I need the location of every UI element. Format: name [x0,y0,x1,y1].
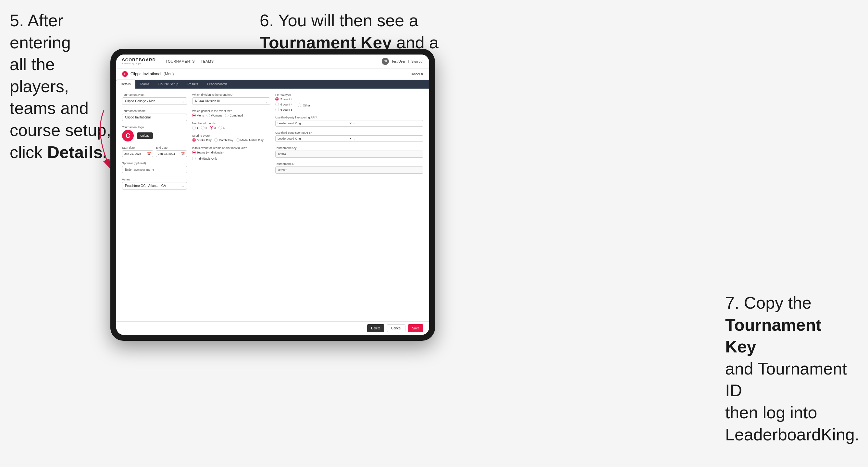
sign-out-link[interactable]: Sign out [411,60,423,63]
radio-rounds-4 [218,126,222,129]
rounds-label: Number of rounds [192,122,270,125]
cancel-button-footer[interactable]: Cancel [387,324,405,332]
tab-leaderboards[interactable]: Leaderboards [203,80,232,89]
tournament-host-select-wrap: Clippd College - Men [122,97,187,105]
sponsor-input[interactable] [122,166,187,173]
radio-stroke-circle [192,138,196,142]
tournament-host-select[interactable]: Clippd College - Men [122,97,187,105]
start-date-label: Start date [122,146,153,149]
radio-mens-circle [192,114,196,117]
radio-individuals-circle [192,157,196,160]
radio-teams-circle [192,151,196,154]
api-value-1: Leaderboard King [278,122,349,125]
api-label-2: Use third-party scoring API? [275,131,423,134]
nav-tournaments[interactable]: TOURNAMENTS [165,59,195,63]
user-avatar: SI [382,58,389,65]
radio-5count4 [275,97,279,101]
api-field-1: Use third-party live scoring API? Leader… [275,116,423,127]
venue-select-wrap: Peachtree GC - Atlanta - GA [122,182,187,189]
gender-womens[interactable]: Womens [207,114,222,117]
tournament-host-field: Tournament Host Clippd College - Men [122,93,187,105]
tournament-key-field: Tournament Key bd9b7 [275,146,423,158]
rounds-2[interactable]: 2 [201,126,207,129]
tabs-bar: Details Teams Course Setup Results Leade… [116,80,429,89]
scoring-match[interactable]: Match Play [214,138,234,142]
rounds-3[interactable]: 3 [210,126,216,129]
tab-results[interactable]: Results [183,80,203,89]
rounds-1[interactable]: 1 [192,126,198,129]
tournament-host-label: Tournament Host [122,93,187,96]
save-button[interactable]: Save [408,324,423,332]
tournament-key-value: bd9b7 [275,151,423,158]
tab-course-setup[interactable]: Course Setup [154,80,183,89]
division-label: Which division is the event for? [192,93,270,96]
individuals-only[interactable]: Individuals Only [192,157,217,160]
app-header: SCOREBOARD Powered by clippd TOURNAMENTS… [116,55,429,68]
venue-field: Venue Peachtree GC - Atlanta - GA [122,178,187,189]
tournament-logo-icon: C [122,71,128,77]
gender-mens[interactable]: Mens [192,114,204,117]
start-date-field: Start date 📅 [122,146,153,157]
radio-rounds-2 [201,126,205,129]
tablet-screen: SCOREBOARD Powered by clippd TOURNAMENTS… [116,55,429,335]
tournament-name-field: Tournament name [122,110,187,121]
api-input-1-wrap: Leaderboard King ✕ ⌄ [275,120,423,127]
format-5count4[interactable]: 5 count 4 [275,97,292,101]
radio-rounds-1 [192,126,196,129]
tournament-name-input[interactable] [122,114,187,121]
format-left-options: 5 count 4 6 count 4 6 count 5 [275,97,292,111]
radio-other [298,103,301,107]
tablet-device: SCOREBOARD Powered by clippd TOURNAMENTS… [111,49,435,341]
api-label-1: Use third-party live scoring API? [275,116,423,119]
scoring-stroke[interactable]: Stroke Play [192,138,212,142]
tournament-id-field: Tournament ID 302051 [275,162,423,174]
left-column: Tournament Host Clippd College - Men Tou… [122,93,187,317]
venue-select[interactable]: Peachtree GC - Atlanta - GA [122,182,187,189]
end-date-label: End date [156,146,187,149]
right-column: Format type 5 count 4 6 count 4 [275,93,423,317]
division-select-wrap: NCAA Division III [192,97,270,105]
teams-radio-group: Teams (+Individuals) Individuals Only [192,151,270,160]
api-clear-1[interactable]: ✕ ⌄ [349,122,421,125]
format-other-option[interactable]: Other [298,99,310,111]
nav-teams[interactable]: TEAMS [200,59,214,63]
teams-plus-individuals[interactable]: Teams (+Individuals) [192,151,224,154]
teams-label: Is this event for Teams and/or Individua… [192,146,270,150]
gender-radio-group: Mens Womens Combined [192,114,270,117]
start-date-wrap: 📅 [122,150,153,157]
end-date-wrap: 📅 [156,150,187,157]
logo-text: SCOREBOARD [122,58,156,62]
upload-button[interactable]: Upload [137,132,153,139]
radio-womens-circle [207,114,210,117]
teams-field: Is this event for Teams and/or Individua… [192,146,270,160]
radio-combined-circle [225,114,228,117]
division-select[interactable]: NCAA Division III [192,97,270,105]
logo-preview: C [122,130,134,142]
start-date-input[interactable] [124,152,147,155]
radio-6count5 [275,108,279,111]
radio-rounds-3 [210,126,213,129]
venue-label: Venue [122,178,187,181]
format-6count4[interactable]: 6 count 4 [275,102,292,106]
delete-button[interactable]: Delete [367,324,384,332]
tab-details[interactable]: Details [116,80,135,89]
footer-actions: Delete Cancel Save [116,321,429,335]
radio-medal-circle [236,138,240,142]
tournament-key-label: Tournament Key [275,146,423,150]
api-clear-2[interactable]: ✕ ⌄ [349,137,421,140]
tournament-id-label: Tournament ID [275,162,423,165]
api-value-2: Leaderboard King [278,137,349,140]
main-content: Tournament Host Clippd College - Men Tou… [116,89,429,321]
header-right: SI Test User | Sign out [382,58,423,65]
format-6count5[interactable]: 6 count 5 [275,108,292,111]
rounds-radio-group: 1 2 3 4 [192,126,270,129]
rounds-field: Number of rounds 1 2 3 [192,122,270,129]
tab-teams[interactable]: Teams [135,80,154,89]
scoring-medal[interactable]: Medal Match Play [236,138,264,142]
end-date-input[interactable] [158,152,181,155]
end-date-field: End date 📅 [156,146,187,157]
cancel-button-header[interactable]: Cancel ✕ [410,72,423,76]
gender-combined[interactable]: Combined [225,114,243,117]
rounds-4[interactable]: 4 [218,126,225,129]
tournament-header: C Clippd Invitational (Men) Cancel ✕ [116,68,429,80]
